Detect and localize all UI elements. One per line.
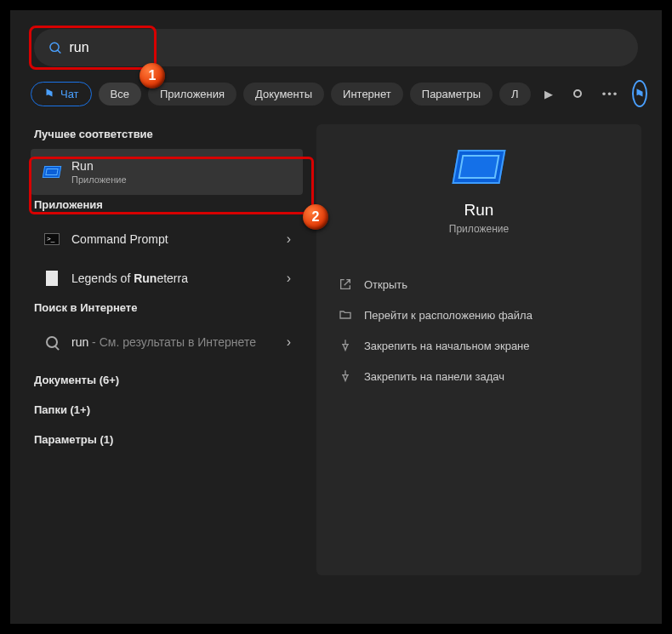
result-title: Run bbox=[71, 159, 127, 173]
search-bar[interactable] bbox=[34, 29, 638, 66]
action-open[interactable]: Открыть bbox=[333, 269, 624, 300]
tab-overflow[interactable]: ••• bbox=[595, 83, 626, 106]
annotation-badge-2: 2 bbox=[303, 204, 328, 230]
preview-title: Run bbox=[464, 201, 494, 220]
cmd-icon: >_ bbox=[44, 233, 60, 245]
section-apps: Приложения bbox=[34, 198, 303, 211]
results-panel: Лучшее соответствие Run Приложение Прило… bbox=[31, 124, 303, 575]
run-app-icon bbox=[43, 166, 61, 178]
svg-line-1 bbox=[58, 50, 61, 54]
tab-documents[interactable]: Документы bbox=[243, 83, 324, 106]
action-label: Закрепить на начальном экране bbox=[364, 340, 530, 352]
svg-point-0 bbox=[50, 43, 59, 51]
result-title: Legends of Runeterra bbox=[71, 271, 188, 285]
bing-icon bbox=[634, 88, 646, 100]
chevron-right-icon: › bbox=[287, 271, 291, 286]
tab-account[interactable] bbox=[567, 84, 589, 103]
pin-icon bbox=[339, 369, 352, 383]
section-folders[interactable]: Папки (1+) bbox=[34, 403, 303, 416]
filter-tabs: Чат Все Приложения Документы Интернет Па… bbox=[31, 80, 641, 107]
tab-more-cut[interactable]: Л bbox=[499, 83, 531, 106]
chevron-right-icon: › bbox=[287, 334, 291, 350]
action-pin-taskbar[interactable]: Закрепить на панели задач bbox=[333, 361, 624, 391]
tab-scroll-right[interactable]: ▶ bbox=[538, 83, 560, 106]
search-input[interactable] bbox=[63, 40, 624, 55]
folder-icon bbox=[339, 308, 352, 322]
file-icon bbox=[46, 271, 58, 286]
result-legends-runeterra[interactable]: Legends of Runeterra › bbox=[31, 259, 303, 298]
section-documents[interactable]: Документы (6+) bbox=[34, 374, 303, 386]
tab-all[interactable]: Все bbox=[99, 83, 141, 106]
chevron-right-icon: › bbox=[287, 231, 291, 247]
action-label: Перейти к расположению файла bbox=[364, 309, 532, 322]
preview-panel: Run Приложение Открыть Перейти к располо… bbox=[316, 124, 641, 575]
bing-chat-icon bbox=[43, 88, 55, 100]
section-settings[interactable]: Параметры (1) bbox=[34, 433, 303, 446]
result-title: Command Prompt bbox=[71, 232, 168, 246]
search-icon bbox=[48, 40, 63, 55]
tab-settings[interactable]: Параметры bbox=[410, 83, 493, 106]
preview-subtitle: Приложение bbox=[449, 223, 509, 235]
tab-internet[interactable]: Интернет bbox=[331, 83, 403, 106]
result-title: run - См. результаты в Интернете bbox=[71, 335, 256, 349]
search-icon bbox=[46, 336, 58, 348]
section-web: Поиск в Интернете bbox=[34, 301, 303, 314]
result-run[interactable]: Run Приложение bbox=[31, 149, 303, 195]
tab-apps[interactable]: Приложения bbox=[148, 83, 236, 106]
tab-label: Чат bbox=[60, 88, 79, 100]
result-command-prompt[interactable]: >_ Command Prompt › bbox=[31, 220, 303, 259]
pin-icon bbox=[339, 339, 352, 352]
action-label: Открыть bbox=[364, 278, 407, 291]
action-pin-start[interactable]: Закрепить на начальном экране bbox=[333, 330, 624, 361]
result-web-search[interactable]: run - См. результаты в Интернете › bbox=[31, 323, 303, 362]
action-label: Закрепить на панели задач bbox=[364, 370, 504, 383]
run-app-icon-large bbox=[452, 150, 505, 184]
bing-button[interactable] bbox=[632, 80, 647, 107]
result-subtitle: Приложение bbox=[71, 174, 127, 185]
section-best-match: Лучшее соответствие bbox=[34, 128, 303, 140]
start-search-window: 1 Чат Все Приложения Документы Интернет … bbox=[10, 10, 662, 624]
action-file-location[interactable]: Перейти к расположению файла bbox=[333, 300, 624, 330]
tab-chat[interactable]: Чат bbox=[31, 82, 92, 106]
open-icon bbox=[339, 277, 352, 291]
annotation-badge-1: 1 bbox=[140, 63, 165, 89]
